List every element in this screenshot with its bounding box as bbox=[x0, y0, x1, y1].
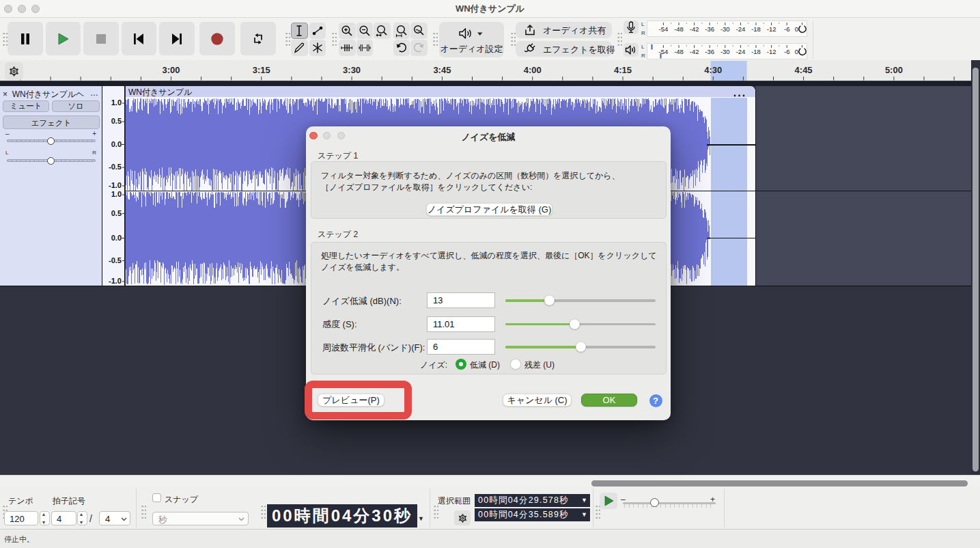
svg-text:4:45: 4:45 bbox=[795, 65, 813, 75]
svg-text:-36: -36 bbox=[705, 48, 714, 55]
svg-text:-12: -12 bbox=[767, 48, 776, 55]
svg-text:-18: -18 bbox=[751, 25, 761, 33]
svg-text:-6: -6 bbox=[784, 48, 789, 55]
svg-text:-48: -48 bbox=[674, 48, 684, 55]
svg-text:-42: -42 bbox=[690, 25, 699, 33]
svg-text:3:30: 3:30 bbox=[343, 65, 361, 75]
svg-text:4:00: 4:00 bbox=[524, 65, 542, 75]
svg-text:3:15: 3:15 bbox=[253, 65, 270, 75]
svg-text:0: 0 bbox=[795, 48, 798, 55]
svg-text:3:45: 3:45 bbox=[433, 65, 451, 75]
svg-text:-36: -36 bbox=[705, 25, 714, 33]
svg-text:-48: -48 bbox=[674, 25, 684, 33]
svg-text:-18: -18 bbox=[751, 48, 761, 55]
svg-text:-30: -30 bbox=[720, 48, 730, 55]
svg-text:4:30: 4:30 bbox=[704, 65, 722, 75]
svg-text:-42: -42 bbox=[690, 48, 699, 55]
svg-text:4:15: 4:15 bbox=[614, 65, 632, 75]
svg-text:-6: -6 bbox=[784, 25, 789, 33]
svg-text:-12: -12 bbox=[767, 25, 776, 33]
svg-text:-24: -24 bbox=[736, 25, 746, 33]
svg-text:-24: -24 bbox=[736, 48, 746, 55]
svg-text:-30: -30 bbox=[720, 25, 730, 33]
svg-text:3:00: 3:00 bbox=[162, 65, 180, 75]
svg-text:-54: -54 bbox=[659, 25, 669, 33]
svg-text:5:00: 5:00 bbox=[885, 65, 903, 75]
svg-text:0: 0 bbox=[795, 25, 798, 33]
